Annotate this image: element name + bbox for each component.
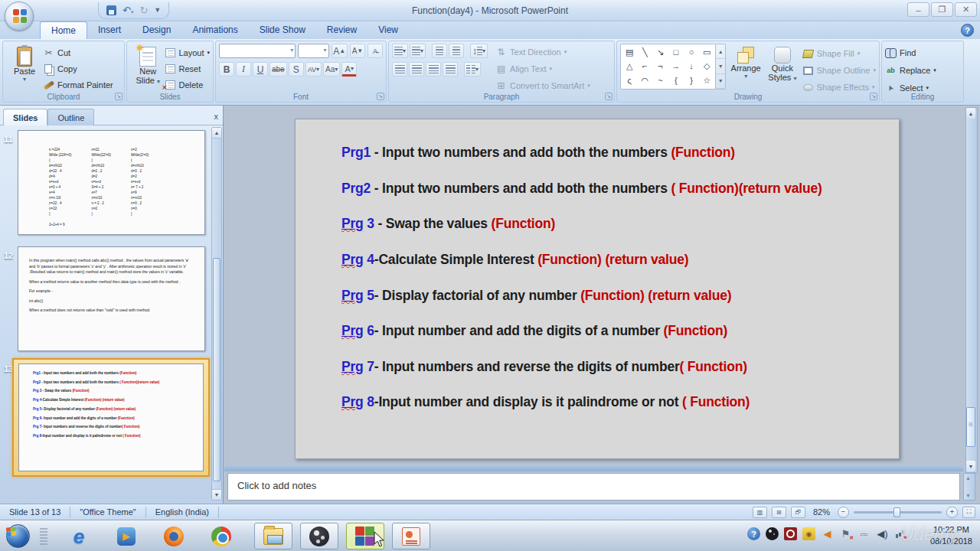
clear-formatting-button[interactable]: A̶ bbox=[368, 44, 383, 58]
panel-tab-slides[interactable]: Slides bbox=[3, 109, 47, 126]
shape-glyph-icon[interactable]: ~ bbox=[658, 77, 662, 85]
increase-indent-button[interactable] bbox=[449, 44, 464, 58]
delete-button[interactable]: Delete bbox=[165, 77, 210, 93]
slide-11-thumbnail[interactable]: n =224 While (224!=0) { d=n%10 d=22 . 4 … bbox=[18, 130, 205, 235]
normal-view-button[interactable]: ▥ bbox=[753, 507, 767, 518]
fit-to-window-button[interactable]: ⛶ bbox=[962, 507, 975, 518]
panel-scroll-up-icon[interactable]: ▲ bbox=[212, 128, 221, 139]
justify-button[interactable] bbox=[443, 62, 458, 77]
shape-outline-button[interactable]: Shape Outline ▾ bbox=[802, 63, 876, 78]
panel-tab-outline[interactable]: Outline bbox=[47, 109, 94, 126]
shape-glyph-icon[interactable]: ς bbox=[627, 77, 631, 85]
font-size-combo[interactable] bbox=[298, 44, 328, 58]
slide-text-line[interactable]: Prg 7- Input numbers and reverse the dig… bbox=[341, 359, 876, 374]
slide-text-line[interactable]: Prg 6- Input number and add the digits o… bbox=[341, 323, 876, 338]
shapes-gallery-scrollbar[interactable]: ▲▼▼ bbox=[716, 44, 726, 90]
panel-close-icon[interactable]: x bbox=[214, 112, 219, 121]
tray-volume-mixer-icon[interactable]: ◀ bbox=[821, 527, 834, 540]
shape-glyph-icon[interactable]: ↘ bbox=[657, 48, 664, 57]
shape-glyph-icon[interactable]: ↓ bbox=[689, 62, 694, 70]
slide-text-line[interactable]: Prg 3 - Swap the values (Function) bbox=[341, 216, 876, 231]
zoom-slider-thumb[interactable] bbox=[893, 507, 900, 517]
shape-glyph-icon[interactable]: ○ bbox=[689, 48, 694, 57]
tray-network-icon[interactable] bbox=[894, 527, 907, 540]
align-right-button[interactable] bbox=[426, 62, 441, 77]
tray-help-icon[interactable]: ? bbox=[747, 527, 760, 540]
decrease-indent-button[interactable] bbox=[432, 44, 447, 58]
shape-glyph-icon[interactable]: { bbox=[675, 77, 678, 85]
bullets-button[interactable]: ▾ bbox=[392, 44, 408, 58]
close-button[interactable]: ✕ bbox=[955, 2, 977, 17]
slide-13-thumbnail-selected[interactable]: Prg1 - Input two numbers and add both th… bbox=[12, 358, 210, 477]
tab-view[interactable]: View bbox=[368, 21, 409, 39]
taskbar-internet-explorer[interactable]: e bbox=[67, 525, 90, 548]
italic-button[interactable]: I bbox=[236, 62, 251, 77]
shape-glyph-icon[interactable]: □ bbox=[673, 48, 678, 57]
paragraph-dialog-launcher[interactable]: ↘ bbox=[605, 93, 612, 100]
tab-home[interactable]: Home bbox=[40, 21, 87, 39]
shape-glyph-icon[interactable]: ▤ bbox=[626, 48, 633, 57]
slides-panel-scrollbar[interactable]: ▲ ▼ bbox=[211, 127, 222, 500]
text-shadow-button[interactable]: S bbox=[289, 62, 304, 77]
paste-button[interactable]: Paste▾ bbox=[6, 44, 43, 93]
restore-button[interactable]: ❐ bbox=[931, 2, 953, 17]
shape-glyph-icon[interactable]: ¬ bbox=[658, 62, 662, 70]
slide-sorter-button[interactable]: ⊞ bbox=[772, 507, 786, 518]
notes-scrollbar[interactable]: ▲▼ bbox=[963, 473, 975, 500]
panel-scroll-thumb[interactable] bbox=[213, 258, 220, 481]
zoom-level[interactable]: 82% bbox=[810, 507, 833, 517]
numbering-button[interactable]: ▾ bbox=[410, 44, 426, 58]
reset-button[interactable]: Reset bbox=[165, 61, 210, 77]
zoom-out-button[interactable]: − bbox=[838, 507, 849, 518]
slide-text-line[interactable]: Prg2 - Input two numbers and add both th… bbox=[341, 181, 876, 196]
tab-slide-show[interactable]: Slide Show bbox=[249, 21, 316, 39]
slideshow-button[interactable]: 🗗 bbox=[791, 507, 805, 518]
character-spacing-button[interactable]: AV▾ bbox=[305, 62, 322, 77]
help-button[interactable]: ? bbox=[961, 24, 974, 37]
taskbar-media-player[interactable] bbox=[115, 525, 138, 548]
font-name-combo[interactable] bbox=[219, 44, 296, 58]
shape-glyph-icon[interactable]: ╲ bbox=[642, 48, 648, 57]
slide-text-line[interactable]: Prg 5- Display factorial of any number (… bbox=[341, 288, 876, 303]
columns-button[interactable]: ▾ bbox=[464, 62, 481, 77]
text-direction-button[interactable]: ⇅Text Direction ▾ bbox=[495, 44, 590, 60]
tab-animations[interactable]: Animations bbox=[181, 21, 248, 39]
format-painter-button[interactable]: Format Painter bbox=[43, 77, 113, 93]
notes-splitter[interactable] bbox=[224, 466, 963, 471]
notes-pane[interactable]: Click to add notes bbox=[227, 473, 960, 500]
clipboard-dialog-launcher[interactable]: ↘ bbox=[115, 93, 122, 100]
main-scrollbar[interactable]: ▲ ▼ ▲▲ ▼▼ bbox=[965, 107, 978, 502]
taskbar-explorer[interactable] bbox=[254, 523, 292, 549]
shapes-gallery[interactable]: ▤╲↘□○▭△⌐¬→↓◇ς◠~{}☆ bbox=[620, 44, 716, 90]
underline-button[interactable]: U bbox=[253, 62, 268, 77]
taskbar-obs[interactable] bbox=[300, 523, 338, 549]
align-text-button[interactable]: ▤Align Text ▾ bbox=[495, 61, 590, 77]
tray-power-icon[interactable]: ⎓ bbox=[858, 527, 871, 540]
grow-font-button[interactable]: A▲ bbox=[332, 44, 348, 58]
zoom-slider[interactable] bbox=[854, 511, 942, 514]
shape-glyph-icon[interactable]: → bbox=[671, 62, 680, 70]
strikethrough-button[interactable]: abe bbox=[270, 62, 287, 77]
cut-button[interactable]: Cut bbox=[43, 45, 113, 60]
tray-alert-icon[interactable]: ◉ bbox=[802, 527, 815, 540]
quick-styles-button[interactable]: Quick Styles ▾ bbox=[766, 44, 799, 93]
panel-scroll-down-icon[interactable]: ▼ bbox=[212, 489, 221, 500]
shape-glyph-icon[interactable]: } bbox=[690, 77, 693, 85]
minimize-button[interactable]: – bbox=[907, 2, 929, 17]
convert-smartart-button[interactable]: ⊞Convert to SmartArt ▾ bbox=[495, 78, 590, 93]
shape-glyph-icon[interactable]: ◠ bbox=[642, 77, 649, 85]
zoom-in-button[interactable]: + bbox=[946, 507, 958, 518]
tab-review[interactable]: Review bbox=[316, 21, 368, 39]
tray-action-center-icon[interactable]: ⚑ bbox=[839, 527, 852, 540]
line-spacing-button[interactable]: ↕▾ bbox=[470, 44, 488, 58]
shape-glyph-icon[interactable]: ⌐ bbox=[642, 62, 647, 70]
slide-canvas[interactable]: Prg1 - Input two numbers and add both th… bbox=[295, 119, 900, 459]
new-slide-button[interactable]: New Slide ▾ bbox=[130, 44, 165, 93]
taskbar-chrome[interactable] bbox=[210, 525, 233, 548]
scroll-up-icon[interactable]: ▲ bbox=[966, 108, 975, 119]
find-button[interactable]: Find bbox=[885, 45, 960, 60]
status-language[interactable]: English (India) bbox=[146, 507, 219, 518]
taskbar-clock[interactable]: 10:22 PM 08/10/2018 bbox=[930, 524, 972, 547]
office-button[interactable] bbox=[5, 2, 34, 31]
scroll-thumb[interactable] bbox=[966, 407, 975, 447]
